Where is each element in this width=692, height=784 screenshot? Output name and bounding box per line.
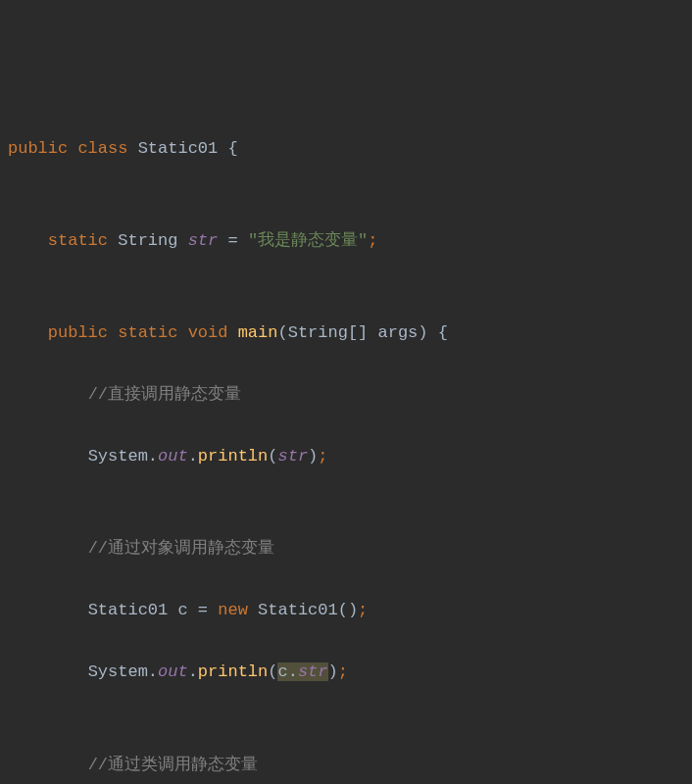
code-editor[interactable]: public class Static01 { static String st… (8, 133, 684, 784)
semicolon: ; (368, 231, 377, 250)
paren-close: ) (418, 323, 427, 342)
equals: = (198, 601, 208, 619)
comment: //通过对象调用静态变量 (88, 539, 274, 558)
method-println: println (198, 662, 268, 681)
code-line: System.out.println(str); (8, 441, 684, 471)
var-c: c (277, 662, 287, 681)
type-static01: Static01 (88, 601, 169, 619)
method-main: main (238, 323, 278, 342)
highlighted-expr: c.str (277, 662, 327, 681)
code-line: System.out.println(c.str); (8, 657, 684, 687)
keyword-static: static (118, 323, 177, 342)
paren-open: ( (268, 662, 277, 681)
code-line: Static01 c = new Static01(); (8, 595, 684, 625)
brace-open: { (438, 323, 448, 342)
semicolon: ; (338, 662, 348, 681)
brace-open: { (227, 139, 237, 158)
keyword-new: new (218, 601, 248, 619)
code-line: //通过类调用静态变量 (8, 750, 684, 780)
field-str: str (188, 231, 219, 250)
keyword-public: public (8, 139, 68, 158)
dot: . (288, 662, 298, 681)
code-line: //直接调用静态变量 (8, 379, 684, 410)
method-println: println (198, 447, 268, 466)
equals: = (227, 231, 237, 250)
system: System (88, 662, 148, 681)
array-brackets: [] (348, 323, 368, 342)
field-str: str (277, 447, 308, 466)
dot: . (148, 447, 158, 466)
code-line: public class Static01 { (8, 133, 684, 164)
ctor-name: Static01 (258, 601, 338, 619)
dot: . (188, 447, 198, 466)
comment: //直接调用静态变量 (88, 385, 241, 404)
paren-close: ) (328, 662, 338, 681)
code-line: //通过对象调用静态变量 (8, 533, 684, 564)
semicolon: ; (318, 447, 327, 466)
field-out: out (158, 447, 188, 466)
keyword-void: void (188, 323, 228, 342)
dot: . (188, 662, 198, 681)
paren-close: ) (308, 447, 318, 466)
field-str: str (298, 662, 328, 681)
type-string: String (288, 323, 348, 342)
comment: //通过类调用静态变量 (88, 756, 258, 774)
field-out: out (158, 662, 188, 681)
var-c: c (177, 601, 187, 619)
keyword-public: public (48, 323, 108, 342)
ctor-parens: () (338, 601, 358, 619)
keyword-class: class (77, 139, 127, 158)
string-literal: "我是静态变量" (248, 231, 368, 250)
keyword-static: static (48, 231, 108, 250)
semicolon: ; (358, 601, 368, 619)
dot: . (148, 662, 158, 681)
code-line: public static void main(String[] args) { (8, 318, 684, 348)
code-line: static String str = "我是静态变量"; (8, 225, 684, 256)
paren-open: ( (268, 447, 277, 466)
class-name: Static01 (138, 139, 219, 158)
system: System (88, 447, 148, 466)
param-args: args (378, 323, 419, 342)
paren-open: ( (277, 323, 287, 342)
type-string: String (118, 231, 177, 250)
